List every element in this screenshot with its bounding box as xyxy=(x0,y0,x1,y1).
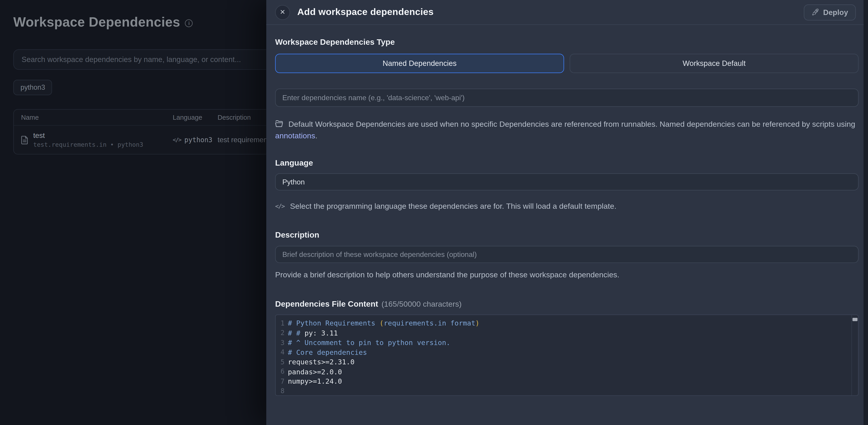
character-counter: (165/50000 characters) xyxy=(381,300,462,308)
description-section-label: Description xyxy=(275,230,859,239)
info-icon[interactable]: i xyxy=(185,19,193,27)
language-value: Python xyxy=(282,178,305,186)
row-file-info: test.requirements.in • python3 xyxy=(33,141,143,149)
row-description: test requirements xyxy=(218,135,267,144)
page-scrollbar[interactable] xyxy=(864,0,868,425)
row-language: python3 xyxy=(184,136,212,144)
code-line: 1# Python Requirements (requirements.in … xyxy=(276,318,858,328)
rocket-icon xyxy=(811,8,819,16)
page-title: Workspace Dependencies xyxy=(13,14,180,30)
app-root: Workspace Dependencies i Search workspac… xyxy=(0,0,868,425)
code-line: 4# Core dependencies xyxy=(276,347,858,357)
code-icon: </> xyxy=(275,203,284,210)
column-header-name: Name xyxy=(21,114,173,121)
code-icon: </> xyxy=(173,137,181,143)
add-workspace-dependencies-modal: ✕ Add workspace dependencies Deploy Work… xyxy=(266,0,864,425)
deploy-label: Deploy xyxy=(823,8,848,17)
modal-title: Add workspace dependencies xyxy=(297,7,804,18)
dependencies-table: Name Language Description test xyxy=(13,109,267,154)
info-text-period: . xyxy=(315,131,317,140)
annotations-link[interactable]: annotations xyxy=(275,131,315,140)
code-line: 3# ^ Uncomment to pin to python version. xyxy=(276,338,858,347)
info-text: Default Workspace Dependencies are used … xyxy=(288,120,855,128)
code-line: 6pandas>=2.0.0 xyxy=(276,367,858,376)
language-section-label: Language xyxy=(275,158,859,167)
dependencies-file-editor[interactable]: 1# Python Requirements (requirements.in … xyxy=(275,314,859,396)
language-select[interactable]: Python xyxy=(275,173,859,190)
info-paragraph: Default Workspace Dependencies are used … xyxy=(275,119,857,142)
file-content-label: Dependencies File Content xyxy=(275,300,378,308)
table-row[interactable]: test test.requirements.in • python3 </> … xyxy=(14,126,267,154)
workspace-dependencies-panel: Workspace Dependencies i Search workspac… xyxy=(0,0,266,425)
type-section-label: Workspace Dependencies Type xyxy=(275,38,859,47)
description-input[interactable] xyxy=(275,246,859,263)
code-lines: 1# Python Requirements (requirements.in … xyxy=(276,318,858,396)
workspace-default-button[interactable]: Workspace Default xyxy=(569,54,859,73)
code-line: 2# # py: 3.11 xyxy=(276,328,858,338)
editor-scrollbar-thumb[interactable] xyxy=(852,318,858,321)
search-placeholder: Search workspace dependencies by name, l… xyxy=(22,55,241,64)
deploy-button[interactable]: Deploy xyxy=(804,4,856,20)
modal-header: ✕ Add workspace dependencies Deploy xyxy=(266,0,864,25)
code-line: 7numpy>=1.24.0 xyxy=(276,376,858,386)
dependencies-name-input[interactable] xyxy=(275,89,859,107)
close-icon[interactable]: ✕ xyxy=(275,5,290,20)
editor-scrollbar[interactable] xyxy=(851,315,858,395)
code-line: 8 xyxy=(276,386,858,396)
file-icon xyxy=(21,135,28,144)
code-line: 5requests>=2.31.0 xyxy=(276,357,858,367)
row-name: test xyxy=(33,131,143,140)
folder-icon xyxy=(275,120,283,127)
column-header-description: Description xyxy=(218,114,267,121)
type-toggle-group: Named Dependencies Workspace Default xyxy=(275,54,859,73)
table-header: Name Language Description xyxy=(14,110,267,126)
named-dependencies-button[interactable]: Named Dependencies xyxy=(275,54,564,73)
column-header-language: Language xyxy=(173,114,218,121)
filter-chip-python3[interactable]: python3 xyxy=(13,80,53,95)
description-helper: Provide a brief description to help othe… xyxy=(275,270,859,279)
search-input[interactable]: Search workspace dependencies by name, l… xyxy=(13,49,267,70)
language-hint: </> Select the programming language thes… xyxy=(275,202,859,210)
